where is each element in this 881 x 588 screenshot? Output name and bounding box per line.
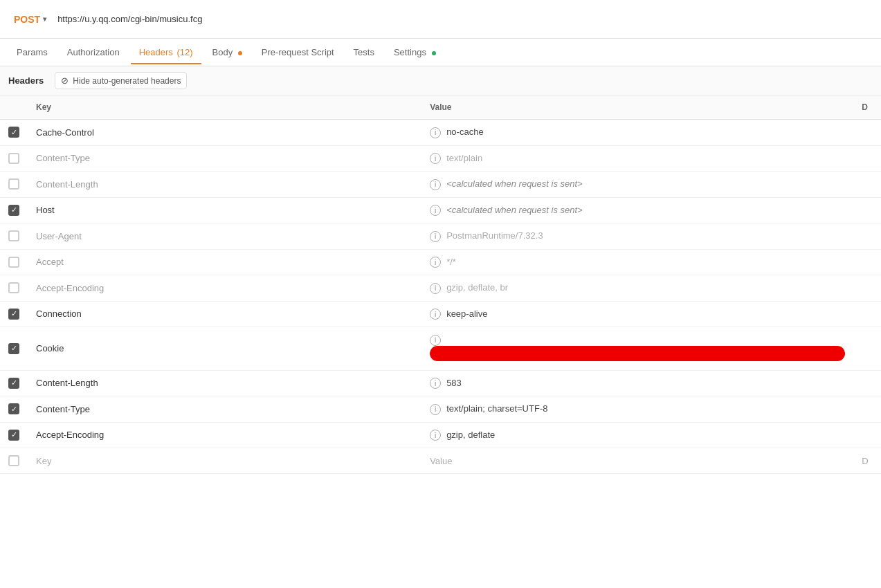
request-tabs: Params Authorization Headers (12) Body P… xyxy=(0,39,881,66)
info-icon[interactable]: i xyxy=(430,257,441,268)
row-value: keep-alive xyxy=(446,309,487,319)
table-header-row: Key Value D xyxy=(0,95,881,120)
table-row: Content-Typeitext/plain; charset=UTF-8 xyxy=(0,396,881,423)
eye-slash-icon: ⊘ xyxy=(61,75,69,86)
table-row: Connectionikeep-alive xyxy=(0,301,881,327)
row-key: Connection xyxy=(36,309,82,319)
url-bar: POST ▾ xyxy=(0,0,881,39)
tab-headers-label: Headers xyxy=(139,47,173,57)
row-key: Accept-Encoding xyxy=(36,283,104,293)
row-value: PostmanRuntime/7.32.3 xyxy=(446,230,543,241)
row-key: Content-Type xyxy=(36,404,90,414)
info-icon[interactable]: i xyxy=(430,309,441,320)
row-checkbox[interactable] xyxy=(8,343,19,354)
url-input[interactable] xyxy=(57,14,873,24)
info-icon[interactable]: i xyxy=(430,335,441,346)
row-value: */* xyxy=(446,257,456,267)
tab-headers[interactable]: Headers (12) xyxy=(131,42,201,64)
table-row: Accepti*/* xyxy=(0,249,881,275)
info-icon[interactable]: i xyxy=(430,127,441,138)
table-row: Content-Lengthi<calculated when request … xyxy=(0,172,881,198)
col-key-header: Key xyxy=(28,95,421,120)
info-icon[interactable]: i xyxy=(430,205,441,216)
row-key: Content-Length xyxy=(36,179,98,190)
col-desc-header: D xyxy=(853,95,881,120)
empty-value-cell[interactable]: Value xyxy=(421,448,853,474)
col-checkbox-header xyxy=(0,95,28,120)
row-checkbox[interactable] xyxy=(8,153,19,164)
row-value: <calculated when request is sent> xyxy=(446,178,583,189)
body-dot-icon xyxy=(238,51,242,55)
row-checkbox[interactable] xyxy=(8,378,19,389)
row-checkbox[interactable] xyxy=(8,205,19,216)
tab-settings-label: Settings xyxy=(394,47,426,57)
row-checkbox[interactable] xyxy=(8,282,19,293)
info-icon[interactable]: i xyxy=(430,378,441,389)
hide-auto-headers-button[interactable]: ⊘ Hide auto-generated headers xyxy=(55,72,187,89)
info-icon[interactable]: i xyxy=(430,430,441,441)
tab-prerequest[interactable]: Pre-request Script xyxy=(253,42,343,64)
row-checkbox[interactable] xyxy=(8,309,19,320)
row-key: Accept xyxy=(36,257,64,267)
row-checkbox[interactable] xyxy=(8,257,19,268)
info-icon[interactable]: i xyxy=(430,153,441,164)
row-key: Content-Length xyxy=(36,378,98,388)
row-key: Accept-Encoding xyxy=(36,430,104,440)
row-key: Content-Type xyxy=(36,153,90,163)
headers-table-container: Key Value D Cache-Controlino-cacheConten… xyxy=(0,95,881,587)
tab-headers-badge: (12) xyxy=(176,47,192,57)
table-empty-row: Key Value D xyxy=(0,448,881,474)
table-row: Hosti<calculated when request is sent> xyxy=(0,197,881,223)
empty-desc-cell: D xyxy=(853,448,881,474)
table-row: Accept-Encodingigzip, deflate, br xyxy=(0,275,881,302)
tab-params[interactable]: Params xyxy=(8,42,56,64)
headers-table: Key Value D Cache-Controlino-cacheConten… xyxy=(0,95,881,474)
table-row: Content-Typeitext/plain xyxy=(0,145,881,172)
row-key: User-Agent xyxy=(36,231,82,241)
table-row: Cookiei xyxy=(0,327,881,371)
method-label: POST xyxy=(14,14,40,25)
row-checkbox[interactable] xyxy=(8,403,19,414)
table-row: Content-Lengthi583 xyxy=(0,370,881,396)
row-checkbox[interactable] xyxy=(8,430,19,441)
row-checkbox[interactable] xyxy=(8,178,19,190)
headers-section-label: Headers xyxy=(8,75,44,86)
empty-row-checkbox[interactable] xyxy=(8,455,19,466)
method-selector[interactable]: POST ▾ xyxy=(8,10,52,29)
table-row: Accept-Encodingigzip, deflate xyxy=(0,422,881,448)
row-checkbox[interactable] xyxy=(8,230,19,241)
empty-key-cell[interactable]: Key xyxy=(28,448,421,474)
tab-body-label: Body xyxy=(212,47,233,57)
info-icon[interactable]: i xyxy=(430,179,441,190)
row-key: Host xyxy=(36,205,55,215)
row-value: <calculated when request is sent> xyxy=(446,205,583,215)
table-row: User-AgentiPostmanRuntime/7.32.3 xyxy=(0,223,881,250)
row-value: 583 xyxy=(446,378,462,388)
cookie-value-redacted xyxy=(430,346,845,361)
tab-settings[interactable]: Settings xyxy=(385,42,444,64)
tab-authorization[interactable]: Authorization xyxy=(59,42,128,64)
row-value: text/plain; charset=UTF-8 xyxy=(446,403,547,414)
row-value: no-cache xyxy=(446,127,483,137)
info-icon[interactable]: i xyxy=(430,231,441,242)
row-key: Cache-Control xyxy=(36,127,94,138)
empty-checkbox-cell xyxy=(0,448,28,474)
row-checkbox[interactable] xyxy=(8,127,19,138)
col-value-header: Value xyxy=(421,95,853,120)
settings-dot-icon xyxy=(432,51,436,55)
info-icon[interactable]: i xyxy=(430,404,441,415)
row-value: text/plain xyxy=(446,153,482,163)
chevron-down-icon: ▾ xyxy=(43,15,46,23)
tab-tests[interactable]: Tests xyxy=(345,42,383,64)
info-icon[interactable]: i xyxy=(430,283,441,294)
hide-btn-label: Hide auto-generated headers xyxy=(73,76,181,86)
table-row: Cache-Controlino-cache xyxy=(0,120,881,146)
row-key: Cookie xyxy=(36,343,64,353)
row-value: gzip, deflate, br xyxy=(446,282,508,293)
row-value: gzip, deflate xyxy=(446,430,495,440)
headers-toolbar: Headers ⊘ Hide auto-generated headers xyxy=(0,66,881,95)
tab-body[interactable]: Body xyxy=(204,42,251,64)
